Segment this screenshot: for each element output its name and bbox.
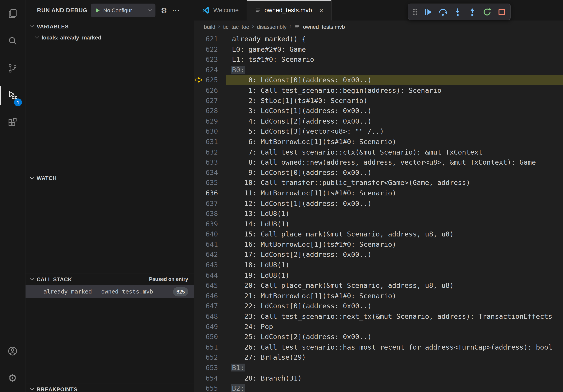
code-line[interactable]: 649 24: Pop	[194, 321, 563, 332]
code-line[interactable]: 647 22: LdConst[0](address: 0x00..)	[194, 301, 563, 311]
code-line[interactable]: 643 18: LdU8(1)	[194, 260, 563, 270]
breakpoint-gutter[interactable]	[194, 270, 204, 280]
code-line[interactable]: 654 28: Branch(31)	[194, 373, 563, 383]
variables-section-header[interactable]: VARIABLES	[26, 21, 194, 32]
breakpoint-gutter[interactable]	[194, 260, 204, 270]
breakpoint-gutter[interactable]	[194, 65, 204, 75]
debug-stackframe-gutter[interactable]	[194, 75, 204, 85]
code-line[interactable]: 633 8: Call owned::new(address, address,…	[194, 157, 563, 167]
code-line[interactable]: 634 9: LdConst[0](address: 0x00..)	[194, 167, 563, 178]
code-line[interactable]: 652 27: BrFalse(29)	[194, 352, 563, 363]
code-line[interactable]: 653B1:	[194, 363, 563, 373]
step-into-icon[interactable]	[453, 7, 462, 16]
watch-section-header[interactable]: WATCH	[26, 172, 194, 183]
breakpoints-section-header[interactable]: BREAKPOINTS	[26, 383, 194, 392]
code-line[interactable]: 623L1: ts#1#0: Scenario	[194, 54, 563, 65]
breakpoint-gutter[interactable]	[194, 332, 204, 342]
code-line[interactable]: 640 15: Call place_mark(&mut Scenario, a…	[194, 229, 563, 239]
breakpoint-gutter[interactable]	[194, 126, 204, 137]
more-actions-icon[interactable]: ⋯	[172, 6, 180, 14]
code-line[interactable]: 632 7: Call test_scenario::ctx(&mut Scen…	[194, 147, 563, 157]
code-line[interactable]: 639 14: LdU8(1)	[194, 219, 563, 229]
tab-owned-tests-mvb[interactable]: owned_tests.mvb ×	[247, 0, 332, 21]
breakpoint-gutter[interactable]	[194, 157, 204, 167]
breakpoint-gutter[interactable]	[194, 219, 204, 229]
call-stack-section-header[interactable]: CALL STACK Paused on entry	[26, 273, 194, 285]
breakpoint-gutter[interactable]	[194, 198, 204, 209]
run-and-debug-icon[interactable]: 1	[0, 82, 25, 109]
breakpoint-gutter[interactable]	[194, 352, 204, 363]
code-line[interactable]: 642 17: LdConst[2](address: 0x00..)	[194, 249, 563, 260]
breakpoint-gutter[interactable]	[194, 137, 204, 147]
launch-configuration-dropdown[interactable]: No Configur	[91, 3, 155, 17]
extensions-icon[interactable]	[0, 109, 25, 136]
breakpoint-gutter[interactable]	[194, 54, 204, 65]
breakpoint-gutter[interactable]	[194, 188, 204, 198]
breakpoint-gutter[interactable]	[194, 44, 204, 54]
explorer-icon[interactable]	[0, 0, 25, 27]
restart-icon[interactable]	[483, 7, 492, 16]
breakpoint-gutter[interactable]	[194, 383, 204, 392]
code-line[interactable]: 631 6: MutBorrowLoc[1](ts#1#0: Scenario)	[194, 137, 563, 147]
breakpoint-gutter[interactable]	[194, 95, 204, 105]
code-line[interactable]: 627 2: StLoc[1](ts#1#0: Scenario)	[194, 95, 563, 105]
breakpoint-gutter[interactable]	[194, 342, 204, 352]
code-line[interactable]: 645 20: Call place_mark(&mut Scenario, a…	[194, 280, 563, 290]
call-stack-frame[interactable]: already_marked owned_tests.mvb 625	[26, 285, 194, 298]
code-line[interactable]: 625 0: LdConst[0](address: 0x00..)	[194, 75, 563, 85]
breakpoint-gutter[interactable]	[194, 229, 204, 239]
breadcrumb-item[interactable]: tic_tac_toe	[223, 24, 249, 30]
code-line[interactable]: 648 23: Call test_scenario::next_tx(&mut…	[194, 311, 563, 321]
configure-gear-icon[interactable]: ⚙	[161, 7, 167, 14]
breakpoint-gutter[interactable]	[194, 373, 204, 383]
code-line[interactable]: 638 13: LdU8(1)	[194, 209, 563, 219]
code-line[interactable]: 628 3: LdConst[1](address: 0x00..)	[194, 105, 563, 116]
breakpoint-gutter[interactable]	[194, 147, 204, 157]
breakpoint-gutter[interactable]	[194, 85, 204, 95]
breadcrumb-item[interactable]: owned_tests.mvb	[303, 24, 345, 30]
tab-welcome[interactable]: Welcome	[194, 0, 247, 21]
code-line[interactable]: 630 5: LdConst[3](vector<u8>: "" /..)	[194, 126, 563, 137]
breakpoint-gutter[interactable]	[194, 301, 204, 311]
breakpoint-gutter[interactable]	[194, 34, 204, 44]
code-line[interactable]: 637 12: LdConst[1](address: 0x00..)	[194, 198, 563, 209]
code-line[interactable]: 635 10: Call transfer::public_transfer<G…	[194, 178, 563, 188]
code-line[interactable]: 626 1: Call test_scenario::begin(address…	[194, 85, 563, 95]
code-line[interactable]: 636 11: MutBorrowLoc[1](ts#1#0: Scenario…	[194, 188, 563, 198]
breakpoint-gutter[interactable]	[194, 178, 204, 188]
step-over-icon[interactable]	[438, 7, 448, 16]
code-line[interactable]: 624B0:	[194, 65, 563, 75]
variables-scope-locals[interactable]: locals: already_marked	[26, 32, 194, 43]
code-line[interactable]: 644 19: LdU8(1)	[194, 270, 563, 280]
breakpoint-gutter[interactable]	[194, 239, 204, 249]
breakpoint-gutter[interactable]	[194, 280, 204, 290]
step-out-icon[interactable]	[468, 7, 477, 16]
breakpoint-gutter[interactable]	[194, 116, 204, 126]
breakpoint-gutter[interactable]	[194, 290, 204, 301]
code-line[interactable]: 655B2:	[194, 383, 563, 392]
code-line[interactable]: 622L0: game#2#0: Game	[194, 44, 563, 54]
settings-gear-icon[interactable]: ⚙	[0, 365, 25, 392]
source-control-icon[interactable]	[0, 55, 25, 82]
breadcrumb-item[interactable]: build	[204, 24, 215, 30]
breakpoint-gutter[interactable]	[194, 363, 204, 373]
code-line[interactable]: 621already_marked() {	[194, 34, 563, 44]
search-icon[interactable]	[0, 27, 25, 54]
breakpoint-gutter[interactable]	[194, 311, 204, 321]
code-line[interactable]: 629 4: LdConst[2](address: 0x00..)	[194, 116, 563, 126]
code-line[interactable]: 650 25: LdConst[2](address: 0x00..)	[194, 332, 563, 342]
breakpoint-gutter[interactable]	[194, 105, 204, 116]
breakpoint-gutter[interactable]	[194, 209, 204, 219]
breakpoint-gutter[interactable]	[194, 167, 204, 178]
breakpoint-gutter[interactable]	[194, 321, 204, 332]
breadcrumb-item[interactable]: disassembly	[257, 24, 287, 30]
gripper-icon[interactable]	[412, 7, 418, 16]
breakpoint-gutter[interactable]	[194, 249, 204, 260]
continue-icon[interactable]	[424, 7, 433, 16]
code-line[interactable]: 641 16: MutBorrowLoc[1](ts#1#0: Scenario…	[194, 239, 563, 249]
stop-icon[interactable]	[497, 7, 506, 16]
code-line[interactable]: 646 21: MutBorrowLoc[1](ts#1#0: Scenario…	[194, 290, 563, 301]
start-debug-icon[interactable]	[95, 7, 100, 13]
close-icon[interactable]: ×	[319, 7, 323, 14]
code-line[interactable]: 651 26: Call test_scenario::has_most_rec…	[194, 342, 563, 352]
